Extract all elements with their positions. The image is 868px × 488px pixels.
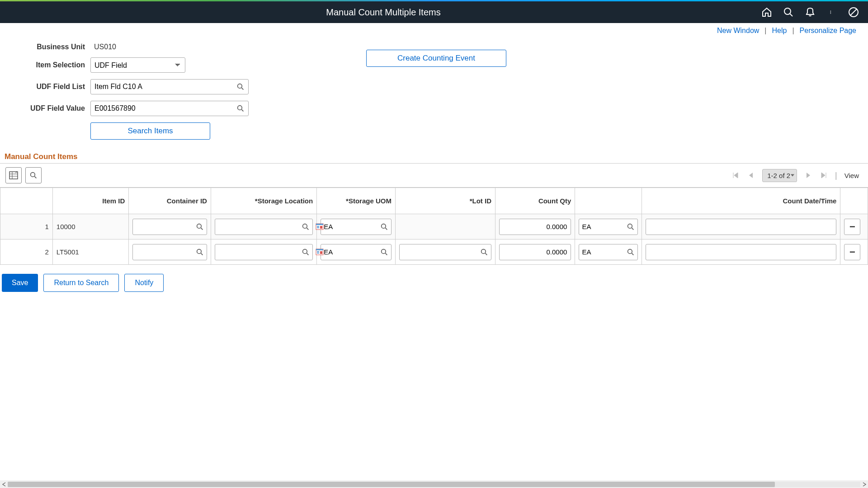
grid-find-button[interactable] [25,167,42,183]
count-qty-uom-input[interactable] [579,246,623,258]
count-qty-uom-input-wrap [579,244,637,260]
storage-location-lookup-btn[interactable] [299,219,312,235]
svg-line-29 [632,228,633,230]
scroll-track[interactable] [8,482,860,487]
count-date-input[interactable] [646,219,837,235]
storage-uom-lookup-btn[interactable] [377,244,391,260]
container-id-input[interactable] [133,246,193,258]
count-qty-input[interactable] [499,219,571,235]
lot-id-lookup-btn[interactable] [477,244,491,260]
count-qty-uom-input[interactable] [579,221,623,232]
svg-point-39 [382,249,386,253]
svg-line-6 [850,9,857,15]
col-delete [840,188,868,214]
svg-point-0 [784,8,791,14]
separator: | [764,27,766,35]
udf-field-list-label: UDF Field List [9,83,90,91]
count-qty-uom-lookup-btn[interactable] [624,244,637,260]
svg-line-40 [385,253,387,255]
storage-uom-input[interactable] [321,246,377,258]
svg-line-8 [241,88,243,89]
udf-field-list-lookup-btn[interactable] [233,80,248,94]
count-qty-uom-input-wrap [579,219,637,235]
udf-field-list-input[interactable] [91,81,233,93]
svg-rect-11 [9,172,18,179]
col-count-qty[interactable]: Count Qty [495,188,575,214]
scroll-left-icon[interactable] [0,480,8,488]
container-id-input-wrap [132,219,207,235]
table-row: 2LT5001− [0,239,868,265]
svg-rect-24 [317,227,319,228]
search-icon[interactable] [783,7,794,18]
count-date-input[interactable] [646,244,837,260]
udf-field-value-input[interactable] [91,103,233,114]
col-storage-location[interactable]: *Storage Location [211,188,316,214]
grid-pager: 1-2 of 2 | View [731,169,863,182]
view-all-link[interactable]: View [844,172,859,179]
storage-uom-input[interactable] [321,221,377,232]
personalize-link[interactable]: Personalize Page [800,27,856,35]
storage-uom-lookup-btn[interactable] [377,219,391,235]
svg-line-10 [241,109,243,111]
svg-point-41 [481,249,486,253]
return-to-search-button[interactable]: Return to Search [43,274,119,292]
storage-uom-input-wrap [321,244,392,260]
grid-personalize-button[interactable] [5,167,22,183]
app-header: Manual Count Multiple Items [0,1,868,23]
home-icon[interactable] [761,7,772,18]
udf-field-value-label: UDF Field Value [9,104,90,113]
storage-location-lookup-btn[interactable] [299,244,312,260]
col-container-id[interactable]: Container ID [129,188,211,214]
pager-first-icon[interactable] [731,171,740,179]
pager-separator: | [835,171,837,180]
svg-point-9 [238,106,242,110]
top-links: New Window | Help | Personalize Page [0,23,868,38]
page-title: Manual Count Multiple Items [5,7,761,18]
table-row: 110000− [0,214,868,239]
col-qty-uom [575,188,642,214]
col-storage-uom[interactable]: *Storage UOM [317,188,396,214]
business-unit-label: Business Unit [9,43,90,51]
col-lot-id[interactable]: *Lot ID [395,188,495,214]
pager-next-icon[interactable] [804,171,812,179]
container-id-lookup-btn[interactable] [193,219,207,235]
pager-prev-icon[interactable] [747,171,755,179]
save-button[interactable]: Save [2,274,38,292]
block-icon[interactable] [848,7,859,18]
horizontal-scrollbar[interactable] [0,480,868,488]
container-id-input[interactable] [133,221,193,232]
search-items-button[interactable]: Search Items [90,122,210,140]
udf-field-value-lookup-btn[interactable] [233,101,248,116]
scroll-thumb[interactable] [8,482,775,487]
scroll-right-icon[interactable] [860,480,868,488]
storage-location-input[interactable] [215,221,299,232]
item-selection-select[interactable]: UDF Field [90,57,185,73]
new-window-link[interactable]: New Window [717,27,759,35]
delete-row-button[interactable]: − [844,219,860,235]
pager-last-icon[interactable] [820,171,828,179]
item-id-cell: LT5001 [52,239,128,265]
help-link[interactable]: Help [772,27,787,35]
svg-point-32 [303,249,307,253]
count-items-table: Item ID Container ID *Storage Location *… [0,188,868,265]
storage-uom-input-wrap [321,219,392,235]
svg-point-3 [830,12,831,12]
svg-line-1 [790,14,793,16]
col-item-id[interactable]: Item ID [52,188,128,214]
col-rownum [0,188,53,214]
create-counting-event-button[interactable]: Create Counting Event [366,50,506,67]
svg-line-27 [385,228,387,230]
bell-icon[interactable] [805,7,816,18]
notify-button[interactable]: Notify [124,274,164,292]
delete-row-button[interactable]: − [844,244,860,260]
lot-id-input[interactable] [400,246,477,258]
svg-point-4 [830,13,831,14]
count-qty-input[interactable] [499,244,571,260]
pager-count[interactable]: 1-2 of 2 [762,169,797,182]
menu-dots-icon[interactable] [826,7,837,18]
count-qty-uom-lookup-btn[interactable] [624,219,637,235]
footer-buttons: Save Return to Search Notify [0,265,868,301]
col-count-date[interactable]: Count Date/Time [642,188,840,214]
storage-location-input[interactable] [215,246,299,258]
container-id-lookup-btn[interactable] [193,244,207,260]
